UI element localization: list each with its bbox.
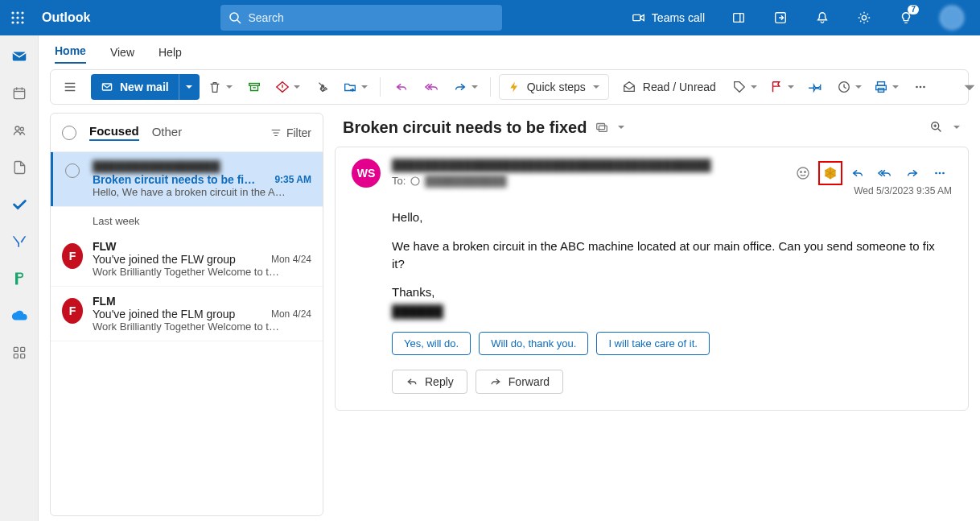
archive-button[interactable] bbox=[241, 74, 267, 100]
svg-point-15 bbox=[862, 15, 866, 19]
chevron-down-icon[interactable] bbox=[953, 123, 961, 131]
tab-other[interactable]: Other bbox=[152, 125, 183, 140]
message-preview: Hello, We have a broken circuit in the A… bbox=[93, 186, 311, 198]
chevron-down-icon[interactable] bbox=[617, 123, 625, 131]
teams-call-button[interactable]: Teams call bbox=[623, 0, 713, 35]
more-apps-icon[interactable] bbox=[10, 343, 29, 362]
select-all-checkbox[interactable] bbox=[62, 126, 76, 140]
reply-action-button[interactable]: Reply bbox=[392, 370, 467, 394]
lightbulb-icon: 7 bbox=[898, 10, 914, 26]
print-button[interactable] bbox=[871, 74, 903, 100]
read-unread-button[interactable]: Read / Unread bbox=[614, 74, 724, 100]
hexagon-icon bbox=[822, 165, 838, 181]
select-checkbox[interactable] bbox=[65, 163, 80, 178]
svg-point-21 bbox=[15, 126, 19, 130]
suggested-reply[interactable]: I will take care of it. bbox=[596, 332, 710, 355]
suggested-reply[interactable]: Will do, thank you. bbox=[479, 332, 588, 355]
svg-point-36 bbox=[916, 86, 918, 89]
lightning-icon bbox=[508, 81, 521, 93]
search-icon bbox=[229, 11, 241, 24]
pin-button[interactable] bbox=[803, 74, 829, 100]
account-button[interactable] bbox=[932, 0, 972, 35]
message-list-header: Focused Other Filter bbox=[51, 114, 323, 152]
svg-point-53 bbox=[939, 172, 941, 175]
reply-all-button[interactable] bbox=[419, 74, 445, 100]
filter-label: Filter bbox=[286, 126, 311, 139]
card-forward-button[interactable] bbox=[900, 161, 924, 185]
forward-action-button[interactable]: Forward bbox=[476, 370, 563, 394]
onedrive-app-icon[interactable] bbox=[10, 306, 29, 325]
teams-call-label: Teams call bbox=[652, 11, 705, 24]
files-app-icon[interactable] bbox=[10, 158, 29, 177]
whats-new-button[interactable]: 7 bbox=[890, 0, 922, 35]
calendar-app-icon[interactable] bbox=[10, 84, 29, 103]
new-mail-button[interactable]: New mail bbox=[91, 74, 200, 100]
search-input[interactable] bbox=[248, 11, 494, 24]
message-item[interactable]: ████████████████ Broken circuit needs to… bbox=[51, 152, 323, 207]
forward-button[interactable] bbox=[450, 74, 482, 100]
card-more-button[interactable] bbox=[928, 161, 952, 185]
yammer-app-icon[interactable] bbox=[10, 232, 29, 251]
tab-focused[interactable]: Focused bbox=[89, 124, 139, 141]
zoom-button[interactable] bbox=[925, 116, 948, 139]
message-preview: Work Brilliantly Together Welcome to t… bbox=[93, 320, 311, 333]
settings-button[interactable] bbox=[848, 0, 880, 35]
card-reply-button[interactable] bbox=[846, 161, 870, 185]
new-mail-main[interactable]: New mail bbox=[91, 81, 179, 93]
svg-point-48 bbox=[411, 177, 419, 185]
tips-button[interactable] bbox=[764, 0, 797, 35]
notifications-button[interactable] bbox=[806, 0, 838, 35]
svg-rect-33 bbox=[877, 82, 884, 86]
bookings-app-icon[interactable] bbox=[10, 269, 29, 288]
suggested-replies: Yes, will do. Will do, thank you. I will… bbox=[392, 332, 952, 355]
forward-label: Forward bbox=[509, 375, 550, 388]
message-subject: You've joined the FLW group bbox=[93, 253, 236, 266]
new-mail-dropdown[interactable] bbox=[179, 74, 200, 100]
react-button[interactable] bbox=[791, 161, 815, 185]
tag-button[interactable] bbox=[729, 74, 761, 100]
svg-line-10 bbox=[237, 20, 241, 23]
my-day-button[interactable] bbox=[723, 0, 755, 35]
app-launcher-icon[interactable] bbox=[8, 8, 27, 27]
hamburger-button[interactable] bbox=[57, 74, 83, 100]
reply-icon bbox=[406, 375, 418, 388]
quick-steps-button[interactable]: Quick steps bbox=[499, 74, 609, 100]
conversation-icon[interactable] bbox=[595, 120, 609, 134]
filter-button[interactable]: Filter bbox=[270, 126, 311, 139]
message-item[interactable]: F FLW You've joined the FLW group Mon 4/… bbox=[51, 232, 323, 287]
avatar-icon: F bbox=[62, 298, 83, 324]
search-box[interactable] bbox=[220, 5, 502, 31]
tab-home[interactable]: Home bbox=[55, 44, 86, 64]
report-button[interactable] bbox=[272, 74, 304, 100]
people-app-icon[interactable] bbox=[10, 121, 29, 140]
todo-app-icon[interactable] bbox=[10, 195, 29, 214]
tab-help[interactable]: Help bbox=[159, 46, 182, 64]
svg-point-6 bbox=[11, 21, 14, 23]
sweep-button[interactable] bbox=[309, 74, 335, 100]
card-reply-all-button[interactable] bbox=[873, 161, 897, 185]
tab-view[interactable]: View bbox=[110, 46, 134, 64]
bell-icon bbox=[814, 10, 830, 26]
delete-button[interactable] bbox=[204, 74, 237, 100]
collapse-ribbon-button[interactable] bbox=[963, 81, 976, 94]
reply-button[interactable] bbox=[389, 74, 414, 100]
message-body: Hello, We have a broken circuit in the A… bbox=[392, 209, 939, 320]
svg-point-50 bbox=[801, 172, 802, 173]
flag-button[interactable] bbox=[766, 74, 798, 100]
reading-pane: Broken circuit needs to be fixed WS ████… bbox=[335, 113, 969, 516]
message-subject: Broken circuit needs to be fi… bbox=[93, 173, 255, 186]
mail-app-icon[interactable] bbox=[10, 47, 29, 66]
svg-point-52 bbox=[935, 172, 937, 175]
message-item[interactable]: F FLM You've joined the FLM group Mon 4/… bbox=[51, 287, 323, 341]
suggested-reply[interactable]: Yes, will do. bbox=[392, 332, 471, 355]
body-p3: Thanks, bbox=[392, 283, 939, 301]
new-mail-label: New mail bbox=[120, 81, 169, 93]
more-ribbon-button[interactable] bbox=[908, 74, 933, 100]
snooze-button[interactable] bbox=[834, 74, 866, 100]
svg-point-38 bbox=[923, 86, 925, 89]
apps-button[interactable] bbox=[818, 161, 842, 185]
message-preview: Work Brilliantly Together Welcome to t… bbox=[93, 266, 311, 278]
svg-line-45 bbox=[938, 129, 941, 132]
move-button[interactable] bbox=[340, 74, 372, 100]
svg-point-51 bbox=[805, 172, 806, 173]
